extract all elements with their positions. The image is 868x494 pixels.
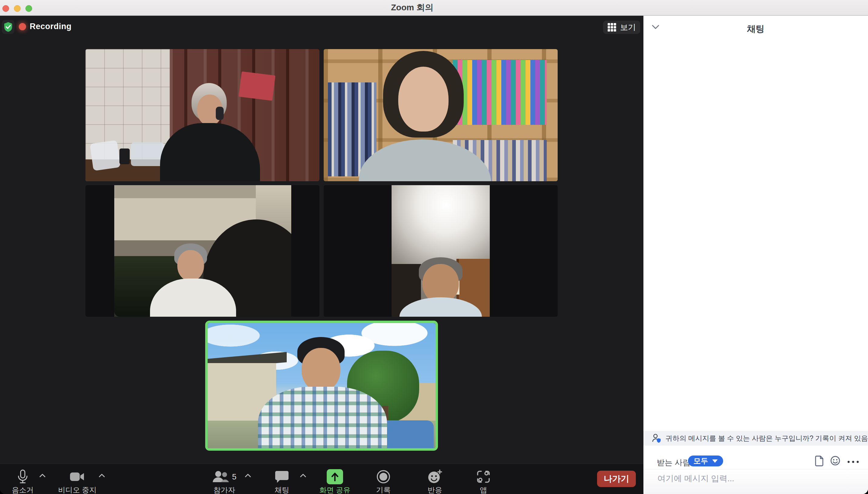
recording-indicator: Recording bbox=[19, 22, 72, 31]
send-to-dropdown[interactable]: 모두 bbox=[688, 456, 723, 467]
compose-area bbox=[643, 469, 868, 494]
chat-options-chevron[interactable] bbox=[300, 473, 306, 478]
participant-2-video bbox=[324, 49, 558, 181]
privacy-notice-text: 귀하의 메시지를 볼 수 있는 사람은 누구입니까? 기록이 켜져 있음 bbox=[666, 434, 868, 443]
video-tile-participant-4 bbox=[391, 185, 490, 317]
video-camera-icon bbox=[70, 471, 85, 482]
chat-privacy-notice: 귀하의 메시지를 볼 수 있는 사람은 누구입니까? 기록이 켜져 있음 bbox=[643, 431, 868, 445]
chat-button[interactable]: 채팅 bbox=[255, 464, 309, 494]
recording-label: Recording bbox=[30, 22, 72, 31]
security-shield-icon[interactable] bbox=[2, 20, 15, 34]
participants-count: 5 bbox=[232, 472, 236, 481]
chat-toolbar-label: 채팅 bbox=[255, 485, 309, 494]
zoom-window: Zoom 회의 Recording bbox=[0, 0, 868, 494]
grid-view-icon bbox=[607, 23, 616, 32]
recording-dot-icon bbox=[19, 23, 26, 30]
minimize-button[interactable] bbox=[14, 5, 21, 12]
view-button[interactable]: 보기 bbox=[603, 21, 640, 34]
video-tile-participant-5-active-speaker[interactable] bbox=[205, 321, 438, 451]
participant-4-video bbox=[391, 185, 490, 317]
stop-video-button[interactable]: 비디오 중지 bbox=[45, 464, 109, 494]
chat-panel: 채팅 귀하의 메시지를 볼 수 있는 사람은 누구입니까? 기록이 켜져 있음 … bbox=[643, 16, 868, 494]
participants-options-chevron[interactable] bbox=[245, 473, 251, 478]
record-label: 기록 bbox=[358, 485, 409, 494]
reactions-smiley-icon bbox=[427, 470, 443, 484]
more-options-icon[interactable] bbox=[847, 459, 859, 464]
message-input[interactable] bbox=[657, 474, 845, 484]
meeting-toolbar: 음소거 비디오 중지 bbox=[0, 464, 643, 494]
reactions-button[interactable]: 반응 bbox=[409, 464, 461, 494]
chat-header: 채팅 bbox=[643, 16, 868, 40]
fullscreen-button[interactable] bbox=[25, 5, 32, 12]
participant-1-video bbox=[85, 49, 320, 181]
microphone-icon bbox=[16, 470, 30, 484]
mute-label: 음소거 bbox=[0, 485, 45, 494]
reactions-label: 반응 bbox=[409, 485, 461, 494]
view-button-label: 보기 bbox=[620, 22, 636, 33]
participants-label: 참가자 bbox=[197, 485, 252, 494]
mute-options-chevron[interactable] bbox=[39, 473, 45, 478]
participants-icon bbox=[212, 471, 229, 483]
video-tile-participant-2[interactable] bbox=[324, 49, 558, 181]
chat-panel-title: 채팅 bbox=[643, 23, 868, 35]
attach-file-icon[interactable] bbox=[815, 456, 824, 468]
record-button[interactable]: 기록 bbox=[358, 464, 409, 494]
apps-label: 앱 bbox=[458, 485, 509, 494]
mute-button[interactable]: 음소거 bbox=[0, 464, 45, 494]
share-screen-icon bbox=[327, 469, 343, 484]
share-screen-label: 화면 공유 bbox=[306, 485, 364, 494]
send-to-label: 받는 사람: bbox=[657, 457, 693, 468]
content: Recording 보기 bbox=[0, 16, 868, 494]
participant-5-video bbox=[208, 323, 436, 448]
video-cell-participant-3[interactable] bbox=[85, 185, 320, 317]
leave-meeting-button[interactable]: 나가기 bbox=[597, 471, 636, 487]
video-tile-participant-1[interactable] bbox=[85, 49, 320, 181]
video-cell-participant-4[interactable] bbox=[324, 185, 558, 317]
record-icon bbox=[377, 470, 390, 484]
video-options-chevron[interactable] bbox=[99, 473, 105, 478]
titlebar: Zoom 회의 bbox=[0, 0, 868, 16]
video-stage: Recording 보기 bbox=[0, 16, 643, 494]
privacy-person-shield-icon bbox=[652, 433, 661, 443]
chat-message-list[interactable] bbox=[643, 40, 868, 431]
participant-3-video bbox=[114, 185, 291, 317]
close-button[interactable] bbox=[2, 5, 9, 12]
dropdown-caret-icon bbox=[712, 459, 718, 463]
participants-button[interactable]: 5 참가자 bbox=[197, 464, 252, 494]
apps-button[interactable]: 앱 bbox=[458, 464, 509, 494]
compose-header: 받는 사람: 모두 bbox=[643, 455, 868, 469]
emoji-picker-icon[interactable] bbox=[830, 456, 841, 467]
share-screen-button[interactable]: 화면 공유 bbox=[306, 464, 364, 494]
apps-icon bbox=[477, 470, 490, 484]
window-title: Zoom 회의 bbox=[349, 0, 476, 15]
stop-video-label: 비디오 중지 bbox=[45, 485, 109, 494]
send-to-value: 모두 bbox=[693, 456, 708, 466]
video-tile-participant-3 bbox=[114, 185, 291, 317]
chat-bubble-icon bbox=[275, 470, 289, 483]
